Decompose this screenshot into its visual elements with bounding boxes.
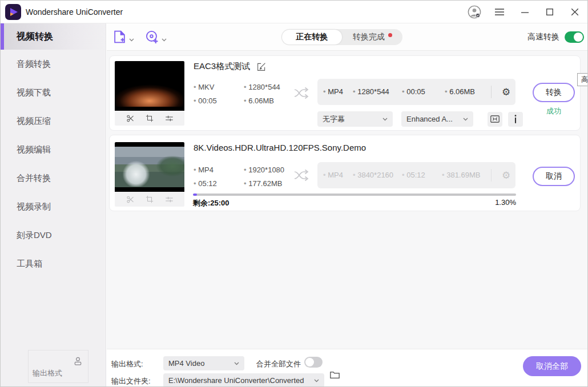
source-format: MKV [194, 83, 244, 91]
add-dvd-button[interactable] [145, 30, 167, 44]
sidebar-item-label: 合并转换 [17, 173, 51, 184]
high-speed-toggle[interactable] [565, 31, 584, 43]
remaining-time: 剩余:25:00 [193, 198, 229, 208]
app-title: Wondershare UniConverter [26, 1, 123, 23]
maximize-button[interactable] [543, 5, 557, 19]
sidebar-item-merge-convert[interactable]: 合并转换 [1, 164, 106, 192]
sidebar-item-label: 视频压缩 [17, 116, 51, 127]
target-duration: 00:05 [402, 79, 425, 105]
add-disc-icon [145, 30, 159, 44]
output-format-dropdown[interactable]: MP4 Video [163, 356, 244, 370]
crop-icon[interactable] [146, 114, 154, 122]
source-info: MP4 1920*1080 05:12 177.62MB [194, 163, 284, 190]
target-format: MP4 [323, 79, 343, 105]
target-size: 381.69MB [442, 162, 480, 188]
open-folder-icon[interactable] [330, 370, 340, 379]
high-speed-tooltip: 高速 [577, 73, 588, 86]
add-file-icon [112, 30, 127, 44]
video-thumbnail [115, 142, 184, 192]
notification-dot [388, 33, 392, 37]
footer-bar: 输出格式: MP4 Video 合并全部文件 输出文件夹: E:\Wonders… [107, 349, 588, 387]
progress-fill [193, 194, 197, 196]
account-avatar[interactable] [468, 5, 481, 19]
audio-dropdown[interactable]: Enhanced A... [401, 111, 473, 127]
edit-title-icon[interactable] [257, 62, 266, 71]
output-format-fragment-label: 输出格式 [33, 368, 62, 378]
compress-icon[interactable] [488, 112, 502, 127]
chevron-down-icon [162, 38, 167, 42]
task-row: EAC3格式测试 MKV 1280*544 00:05 6.06MB [109, 55, 581, 131]
task-list: EAC3格式测试 MKV 1280*544 00:05 6.06MB [107, 51, 588, 349]
subtitle-dropdown-value: 无字幕 [323, 114, 345, 124]
target-resolution: 1280*544 [353, 79, 389, 105]
sidebar-item-label: 视频录制 [17, 201, 51, 212]
add-files-button[interactable] [112, 30, 134, 44]
thumbnail-toolbar [115, 111, 184, 126]
task-row: 8K.Videos.HDR.UltraHD.120FPS.Sony.Demo M… [109, 135, 581, 211]
trim-icon[interactable] [126, 114, 135, 123]
tab-finished[interactable]: 转换完成 [343, 29, 402, 45]
file-title: EAC3格式测试 [194, 61, 250, 72]
thumbnail-block [115, 142, 184, 207]
tab-converting[interactable]: 正在转换 [282, 30, 342, 45]
sidebar-item-audio-convert[interactable]: 音频转换 [1, 50, 106, 78]
sidebar-item-video-convert[interactable]: 视频转换 [1, 23, 106, 50]
crop-icon [146, 195, 154, 203]
sidebar-item-label: 视频转换 [17, 31, 53, 43]
source-format: MP4 [194, 166, 244, 174]
sidebar-item-label: 视频编辑 [17, 144, 51, 155]
settings-gear-icon: ⚙ [497, 162, 515, 188]
tab-converting-label: 正在转换 [296, 32, 328, 42]
main-area: 正在转换 转换完成 高速转换 高速 [107, 23, 588, 387]
source-size: 6.06MB [244, 96, 280, 105]
close-button[interactable] [568, 5, 582, 19]
target-resolution: 3840*2160 [353, 162, 393, 188]
status-success: 成功 [533, 106, 575, 116]
settings-gear-icon[interactable]: ⚙ [497, 79, 515, 105]
convert-arrow-icon [294, 87, 309, 99]
thumbnail-block [115, 61, 184, 126]
app-logo-icon [5, 4, 21, 20]
convert-button[interactable]: 转换 [533, 83, 575, 102]
output-format-label: 输出格式: [111, 359, 143, 369]
chevron-down-icon [129, 38, 134, 42]
subtitle-dropdown[interactable]: 无字幕 [317, 111, 393, 127]
minimize-button[interactable] [518, 5, 531, 19]
sidebar-item-video-download[interactable]: 视频下载 [1, 78, 106, 107]
sidebar-item-label: 视频下载 [17, 87, 51, 98]
sidebar-item-label: 工具箱 [17, 259, 42, 269]
cancel-all-button[interactable]: 取消全部 [523, 356, 581, 376]
source-resolution: 1920*1080 [244, 166, 284, 174]
chevron-down-icon [314, 379, 319, 382]
sidebar-item-video-edit[interactable]: 视频编辑 [1, 135, 106, 164]
menu-icon[interactable] [493, 5, 506, 19]
sidebar-item-burn-dvd[interactable]: 刻录DVD [1, 221, 106, 249]
merge-all-toggle[interactable] [304, 357, 323, 368]
chevron-down-icon [234, 362, 239, 365]
info-icon[interactable] [508, 112, 523, 127]
source-duration: 05:12 [194, 179, 244, 188]
output-format-fragment: 输出格式 [28, 350, 88, 383]
cancel-button[interactable]: 取消 [533, 167, 575, 186]
chevron-down-icon [463, 118, 468, 121]
source-resolution: 1280*544 [244, 83, 280, 91]
sidebar-item-screen-record[interactable]: 视频录制 [1, 192, 106, 221]
progress-bar [193, 194, 516, 196]
divider [491, 86, 492, 98]
sidebar-item-label: 音频转换 [17, 59, 51, 70]
source-duration: 00:05 [194, 96, 244, 105]
target-info-box: MP4 3840*2160 05:12 381.69MB ⚙ [317, 162, 515, 188]
target-size: 6.06MB [445, 79, 475, 105]
effects-icon[interactable] [165, 114, 174, 123]
convert-arrow-icon [294, 169, 309, 182]
output-folder-dropdown[interactable]: E:\Wondershare UniConverter\Converted [163, 373, 324, 387]
output-folder-value: E:\Wondershare UniConverter\Converted [168, 376, 304, 385]
sidebar-item-toolbox[interactable]: 工具箱 [1, 249, 106, 278]
target-info-box: MP4 1280*544 00:05 6.06MB ⚙ [317, 79, 515, 105]
effects-icon [165, 195, 174, 204]
sidebar-item-video-compress[interactable]: 视频压缩 [1, 107, 106, 135]
toolbar: 正在转换 转换完成 高速转换 高速 [107, 23, 588, 51]
progress-percent: 1.30% [459, 198, 516, 207]
sidebar: 视频转换 音频转换 视频下载 视频压缩 视频编辑 合并转换 视频录制 刻录DVD… [1, 23, 106, 387]
thumbnail-toolbar [115, 192, 184, 207]
